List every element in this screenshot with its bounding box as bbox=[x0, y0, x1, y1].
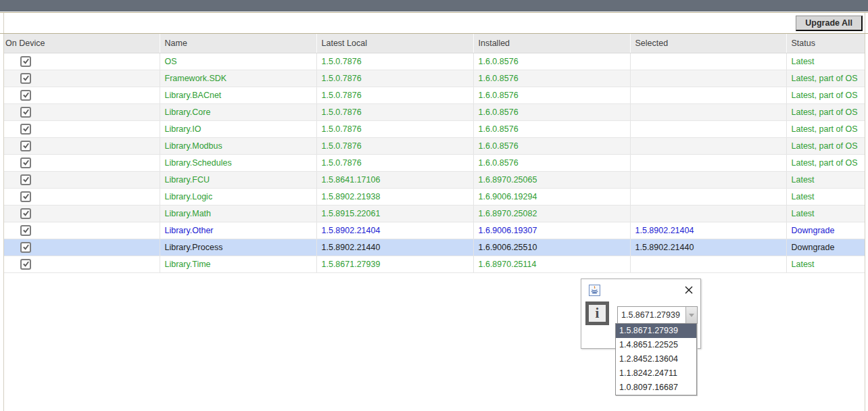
on-device-checkbox[interactable] bbox=[20, 141, 31, 151]
on-device-checkbox[interactable] bbox=[20, 107, 31, 118]
column-header-name[interactable]: Name bbox=[160, 34, 316, 53]
on-device-cell bbox=[4, 256, 160, 272]
window-title-bar bbox=[0, 0, 868, 11]
column-header-latest-local[interactable]: Latest Local bbox=[316, 34, 473, 53]
on-device-cell bbox=[4, 239, 160, 256]
cell-selected bbox=[630, 53, 786, 70]
on-device-cell bbox=[4, 154, 160, 171]
cell-latest-local: 1.5.8902.21938 bbox=[316, 188, 473, 205]
table-row[interactable]: Library.Schedules1.5.0.78761.6.0.8576Lat… bbox=[4, 154, 865, 171]
cell-status: Latest bbox=[786, 188, 865, 205]
column-header-status[interactable]: Status bbox=[786, 34, 865, 53]
cell-latest-local: 1.5.0.7876 bbox=[316, 70, 473, 87]
on-device-checkbox[interactable] bbox=[20, 225, 31, 236]
cell-selected: 1.5.8902.21440 bbox=[630, 239, 786, 256]
table-row[interactable]: Framework.SDK1.5.0.78761.6.0.8576Latest,… bbox=[4, 70, 865, 87]
table-row[interactable]: Library.Modbus1.5.0.78761.6.0.8576Latest… bbox=[4, 137, 865, 154]
on-device-checkbox[interactable] bbox=[20, 56, 31, 67]
cell-name: Library.Other bbox=[160, 222, 316, 239]
version-option[interactable]: 1.2.8452.13604 bbox=[616, 352, 696, 366]
cell-installed: 1.6.0.8576 bbox=[473, 103, 630, 120]
on-device-cell bbox=[4, 188, 160, 205]
on-device-checkbox[interactable] bbox=[20, 191, 31, 202]
close-icon[interactable] bbox=[683, 284, 695, 296]
version-option[interactable]: 1.0.8097.16687 bbox=[616, 381, 696, 395]
info-glyph: i bbox=[596, 305, 600, 322]
table-row[interactable]: Library.Math1.5.8915.220611.6.8970.25082… bbox=[4, 205, 865, 222]
table-row[interactable]: Library.IO1.5.0.78761.6.0.8576Latest, pa… bbox=[4, 120, 865, 137]
cell-installed: 1.6.0.8576 bbox=[473, 53, 630, 70]
cell-installed: 1.6.8970.25065 bbox=[473, 171, 630, 188]
cell-status: Latest, part of OS bbox=[786, 70, 865, 87]
table-row[interactable]: Library.FCU1.5.8641.171061.6.8970.25065L… bbox=[4, 171, 865, 188]
version-dropdown-list: 1.5.8671.279391.4.8651.225251.2.8452.136… bbox=[615, 323, 697, 395]
cell-status: Downgrade bbox=[786, 222, 865, 239]
cell-status: Latest, part of OS bbox=[786, 137, 865, 154]
column-header-on-device[interactable]: On Device bbox=[4, 34, 160, 53]
cell-name: Library.Math bbox=[160, 205, 316, 222]
table-row[interactable]: Library.BACnet1.5.0.78761.6.0.8576Latest… bbox=[4, 87, 865, 103]
cell-installed: 1.6.0.8576 bbox=[473, 137, 630, 154]
cell-selected bbox=[630, 103, 786, 120]
version-combobox[interactable]: 1.5.8671.27939 bbox=[617, 306, 698, 324]
cell-latest-local: 1.5.0.7876 bbox=[316, 53, 473, 70]
table-row[interactable]: Library.Process1.5.8902.214401.6.9006.25… bbox=[4, 239, 865, 256]
table-row[interactable]: Library.Other1.5.8902.214041.6.9006.1930… bbox=[4, 222, 865, 239]
table-row[interactable]: Library.Core1.5.0.78761.6.0.8576Latest, … bbox=[4, 103, 865, 120]
table-body: OS1.5.0.78761.6.0.8576LatestFramework.SD… bbox=[4, 53, 865, 272]
on-device-checkbox[interactable] bbox=[20, 242, 31, 253]
on-device-cell bbox=[4, 103, 160, 120]
table-row[interactable]: OS1.5.0.78761.6.0.8576Latest bbox=[4, 53, 865, 70]
cell-name: Library.Schedules bbox=[160, 154, 316, 171]
table-header-row: On DeviceNameLatest LocalInstalledSelect… bbox=[4, 34, 865, 53]
cell-selected bbox=[630, 188, 786, 205]
column-header-installed[interactable]: Installed bbox=[473, 34, 630, 53]
version-option[interactable]: 1.5.8671.27939 bbox=[616, 324, 696, 338]
upgrade-all-button[interactable]: Upgrade All bbox=[796, 16, 863, 31]
cell-selected: 1.5.8902.21404 bbox=[630, 222, 786, 239]
on-device-cell bbox=[4, 171, 160, 188]
cell-name: Library.Core bbox=[160, 103, 316, 120]
cell-latest-local: 1.5.0.7876 bbox=[316, 103, 473, 120]
column-header-selected[interactable]: Selected bbox=[630, 34, 786, 53]
version-option[interactable]: 1.1.8242.24711 bbox=[616, 366, 696, 381]
table-row[interactable]: Library.Time1.5.8671.279391.6.8970.25114… bbox=[4, 256, 865, 272]
cell-selected bbox=[630, 256, 786, 272]
on-device-checkbox[interactable] bbox=[20, 90, 31, 101]
cell-installed: 1.6.0.8576 bbox=[473, 87, 630, 103]
cell-selected bbox=[630, 205, 786, 222]
chevron-down-icon bbox=[689, 314, 694, 317]
cell-name: Library.Process bbox=[160, 239, 316, 256]
table-row[interactable]: Library.Logic1.5.8902.219381.6.9006.1929… bbox=[4, 188, 865, 205]
cell-name: OS bbox=[160, 53, 316, 70]
cell-installed: 1.6.0.8576 bbox=[473, 70, 630, 87]
version-option[interactable]: 1.4.8651.22525 bbox=[616, 338, 696, 352]
cell-name: Library.Modbus bbox=[160, 137, 316, 154]
cell-status: Latest, part of OS bbox=[786, 154, 865, 171]
on-device-checkbox[interactable] bbox=[20, 124, 31, 135]
on-device-checkbox[interactable] bbox=[20, 259, 31, 270]
cell-name: Library.BACnet bbox=[160, 87, 316, 103]
cell-latest-local: 1.5.8915.22061 bbox=[316, 205, 473, 222]
on-device-cell bbox=[4, 222, 160, 239]
cell-selected bbox=[630, 137, 786, 154]
on-device-cell bbox=[4, 205, 160, 222]
on-device-checkbox[interactable] bbox=[20, 158, 31, 168]
cell-latest-local: 1.5.8902.21404 bbox=[316, 222, 473, 239]
on-device-checkbox[interactable] bbox=[20, 73, 31, 84]
cell-status: Latest bbox=[786, 171, 865, 188]
cell-latest-local: 1.5.0.7876 bbox=[316, 154, 473, 171]
cell-status: Latest, part of OS bbox=[786, 120, 865, 137]
cell-latest-local: 1.5.0.7876 bbox=[316, 137, 473, 154]
cell-latest-local: 1.5.0.7876 bbox=[316, 120, 473, 137]
java-coffee-icon bbox=[589, 285, 600, 296]
info-icon: i bbox=[585, 301, 609, 325]
on-device-checkbox[interactable] bbox=[20, 174, 31, 185]
on-device-checkbox[interactable] bbox=[20, 208, 31, 219]
combobox-dropdown-button[interactable] bbox=[685, 307, 697, 323]
cell-selected bbox=[630, 120, 786, 137]
cell-selected bbox=[630, 154, 786, 171]
cell-status: Latest, part of OS bbox=[786, 87, 865, 103]
panel-right-border bbox=[865, 13, 865, 411]
cell-installed: 1.6.9006.19294 bbox=[473, 188, 630, 205]
